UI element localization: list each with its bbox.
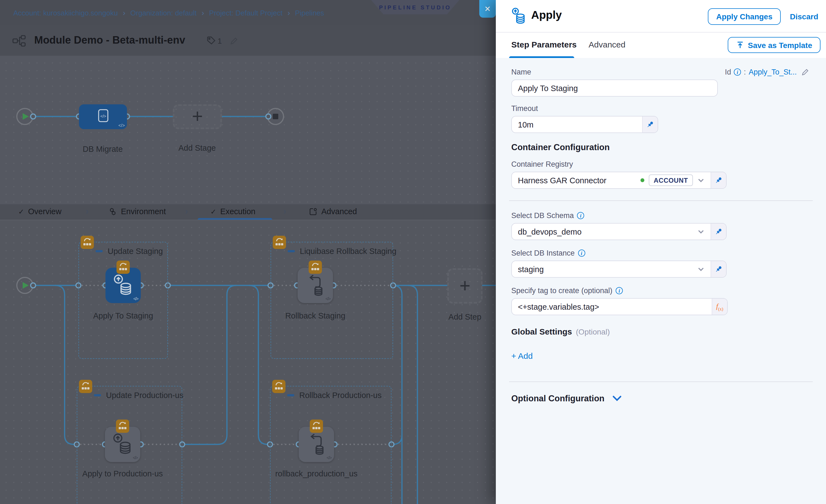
- connector-status-dot: [641, 178, 644, 182]
- fx-icon: f(x): [716, 302, 723, 311]
- edit-id-icon[interactable]: [801, 68, 810, 76]
- step-id-value[interactable]: Apply_To_St...: [749, 68, 797, 76]
- container-configuration-heading: Container Configuration: [511, 142, 811, 152]
- add-stage-label[interactable]: Add Stage: [156, 142, 239, 154]
- tag-input[interactable]: <+stage.variables.tag>: [512, 299, 712, 315]
- breadcrumb-account[interactable]: Account: kurosakiichigo.songoku: [13, 9, 118, 17]
- optional-configuration-toggle[interactable]: Optional Configuration: [511, 394, 811, 403]
- edit-pipeline-icon[interactable]: [230, 37, 239, 48]
- breadcrumb-organization[interactable]: Organization: default: [130, 9, 196, 17]
- step-group-liquibase-rollback-staging[interactable]: Liquibase Rollback Staging: [271, 242, 393, 359]
- panel-header: Apply Apply Changes Discard: [496, 0, 826, 33]
- tab-advanced[interactable]: Advanced: [309, 207, 357, 216]
- step-label[interactable]: rollback_production_us: [275, 467, 358, 480]
- stage-label-db-migrate[interactable]: DB Migrate: [61, 143, 144, 155]
- apply-changes-button[interactable]: Apply Changes: [708, 8, 781, 25]
- group-header[interactable]: Liquibase Rollback Staging: [288, 247, 397, 256]
- top-navbar: Account: kurosakiichigo.songoku › Organi…: [0, 0, 496, 25]
- info-icon[interactable]: i: [734, 68, 741, 76]
- breadcrumb-separator: ›: [201, 8, 204, 17]
- tab-step-parameters[interactable]: Step Parameters: [511, 40, 577, 49]
- info-icon[interactable]: i: [578, 250, 585, 257]
- db-instance-label: Select DB Instance i: [511, 249, 811, 257]
- id-label: Id: [725, 68, 731, 76]
- pin-runtime-toggle[interactable]: [642, 117, 658, 132]
- group-header[interactable]: Rollback Production-us: [287, 391, 381, 400]
- step-node-rollback-staging[interactable]: </>: [298, 268, 333, 303]
- optional-hint: (Optional): [576, 327, 610, 336]
- step-node-apply-to-staging[interactable]: </>: [106, 268, 141, 303]
- tab-execution-label: Execution: [220, 207, 255, 216]
- pin-runtime-toggle[interactable]: [711, 172, 726, 188]
- info-icon[interactable]: i: [615, 287, 623, 294]
- name-input[interactable]: Apply To Staging: [511, 79, 718, 97]
- apply-step-icon: [511, 7, 528, 26]
- discard-button[interactable]: Discard: [790, 12, 818, 21]
- add-step-label[interactable]: Add Step: [423, 311, 496, 323]
- collapse-icon[interactable]: [288, 250, 295, 252]
- stage-node-db-migrate[interactable]: </> </>: [79, 104, 127, 129]
- group-header[interactable]: Update Staging: [96, 247, 163, 256]
- execution-canvas[interactable]: Update Staging Liquibase Rollback Stagin…: [0, 220, 496, 504]
- step-node-rollback-production-us[interactable]: </>: [299, 427, 334, 462]
- add-global-setting-button[interactable]: + Add: [511, 351, 811, 361]
- tab-execution[interactable]: ✓ Execution: [211, 207, 255, 216]
- collapse-icon[interactable]: [96, 250, 103, 252]
- container-registry-select[interactable]: Harness GAR Connector ACCOUNT: [512, 172, 711, 188]
- upload-icon: [736, 41, 744, 49]
- step-label[interactable]: Rollback Staging: [274, 310, 357, 322]
- code-badge: </>: [133, 455, 137, 460]
- db-schema-select[interactable]: db_devops_demo: [512, 224, 711, 240]
- pipeline-tags[interactable]: 1: [206, 36, 222, 45]
- step-group-icon: [310, 420, 323, 433]
- breadcrumb: Account: kurosakiichigo.songoku › Organi…: [13, 8, 324, 17]
- tab-environment[interactable]: Environment: [109, 207, 166, 216]
- save-as-template-label: Save as Template: [748, 41, 812, 49]
- group-header[interactable]: Update Production-us: [94, 391, 184, 400]
- tab-environment-label: Environment: [121, 207, 166, 216]
- add-step-button[interactable]: +: [447, 268, 483, 304]
- collapse-icon[interactable]: [287, 394, 294, 396]
- add-stage-button[interactable]: +: [173, 104, 222, 129]
- code-badge: </>: [327, 455, 331, 460]
- tab-advanced-panel[interactable]: Advanced: [589, 40, 625, 49]
- step-parameters-form: Name Id i : Apply_To_St... Apply To Stag…: [496, 58, 826, 504]
- stage-tab-bar: ✓ Overview › Environment › ✓ Execution ›: [0, 204, 496, 220]
- pin-runtime-toggle[interactable]: [711, 261, 726, 277]
- step-node-apply-to-production-us[interactable]: </>: [105, 427, 140, 462]
- save-as-template-button[interactable]: Save as Template: [727, 37, 821, 53]
- db-schema-label: Select DB Schema i: [511, 211, 811, 220]
- container-registry-group: Harness GAR Connector ACCOUNT: [511, 172, 727, 189]
- db-instance-select[interactable]: staging: [512, 261, 711, 277]
- chevron-right-icon: ›: [85, 206, 88, 217]
- container-registry-label: Container Registry: [511, 160, 811, 168]
- chevron-down-icon[interactable]: [697, 265, 705, 273]
- collapse-icon[interactable]: [94, 394, 101, 396]
- expression-toggle[interactable]: f(x): [712, 299, 727, 315]
- breadcrumb-pipelines[interactable]: Pipelines: [295, 9, 324, 17]
- name-label: Name: [511, 68, 531, 76]
- group-label-text: Update Staging: [108, 247, 163, 256]
- pin-runtime-toggle[interactable]: [711, 224, 726, 240]
- close-panel-button[interactable]: ✕: [479, 0, 496, 18]
- close-icon: ✕: [484, 4, 490, 13]
- step-label[interactable]: Apply To Staging: [82, 310, 165, 322]
- chevron-down-icon: [612, 395, 622, 402]
- pipeline-canvas[interactable]: </> </> + DB Migrate Add Stage: [0, 56, 496, 204]
- chevron-right-icon: ›: [185, 206, 188, 217]
- info-icon[interactable]: i: [577, 212, 584, 219]
- timeout-input[interactable]: 10m: [512, 117, 642, 132]
- breadcrumb-project[interactable]: Project: Default Project: [209, 9, 282, 17]
- tab-overview[interactable]: ✓ Overview: [18, 207, 62, 216]
- chevron-down-icon[interactable]: [697, 177, 705, 184]
- check-icon: ✓: [211, 207, 217, 215]
- step-label[interactable]: Apply to Production-us: [81, 467, 164, 480]
- step-group-icon: [80, 236, 94, 249]
- global-settings-heading: Global Settings: [511, 327, 572, 336]
- active-tab-indicator: [509, 56, 574, 58]
- step-group-icon: [79, 380, 92, 393]
- section-divider: [509, 381, 813, 382]
- chevron-down-icon[interactable]: [697, 228, 705, 235]
- step-group-icon: [273, 236, 286, 249]
- code-badge: </>: [133, 297, 138, 301]
